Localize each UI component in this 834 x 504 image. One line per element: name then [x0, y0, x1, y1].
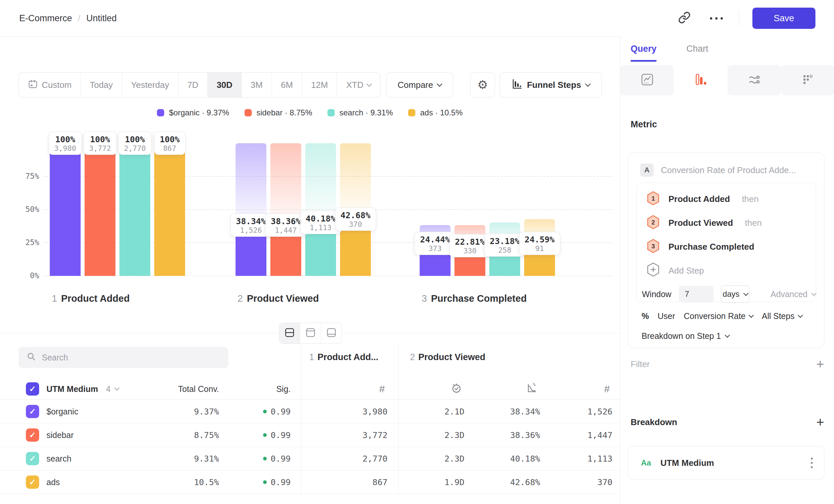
query-step-row[interactable]: 3Purchase Completed	[646, 235, 816, 259]
bar-value-label: 100%3,980	[48, 132, 82, 155]
row-checkbox[interactable]: ✓	[26, 405, 39, 418]
svg-text:1: 1	[652, 195, 655, 202]
conversion-rate-icon: %	[526, 382, 537, 395]
tab-query[interactable]: Query	[631, 44, 657, 62]
bar-value-label: 24.59%91	[519, 232, 560, 255]
breakdown-on-step-dropdown[interactable]: Breakdown on Step 1	[642, 331, 729, 341]
table-step1-header: 1Product Add...	[309, 352, 378, 362]
significance-value: 0.99	[271, 430, 291, 440]
bar-count: 1,447	[271, 226, 301, 234]
step2-conv-rate-column[interactable]: %	[478, 382, 540, 395]
row-checkbox[interactable]: ✓	[26, 452, 39, 465]
step-number: 1	[52, 293, 57, 304]
advanced-toggle[interactable]: Advanced	[771, 290, 816, 299]
row-step2-count: 1,526	[547, 407, 612, 416]
row-step2-rate: 42.68%	[478, 477, 540, 487]
query-step-row[interactable]: 1Product Addedthen	[646, 187, 816, 211]
bar-count: 91	[525, 244, 554, 253]
metric-title: Conversion Rate of Product Adde...	[661, 165, 796, 176]
row-step1-count: 3,980	[315, 407, 388, 416]
bar-pct: 40.18%	[306, 214, 335, 224]
total-conv-header[interactable]: Total Conv.	[142, 384, 219, 394]
tab-chart[interactable]: Chart	[686, 44, 708, 62]
metric-title-row[interactable]: A Conversion Rate of Product Adde...	[640, 163, 824, 177]
window-label: Window	[642, 290, 672, 299]
step-number: 3	[422, 293, 427, 304]
layout-bottom-icon	[326, 327, 337, 339]
add-breakdown-button[interactable]: +	[816, 415, 824, 429]
row-label: ads	[46, 477, 60, 487]
flows-report-tab[interactable]	[727, 65, 781, 95]
bar-pct: 38.34%	[236, 216, 266, 226]
check-icon: ✓	[29, 454, 36, 463]
add-filter-button[interactable]: +	[816, 358, 824, 371]
measure-entity[interactable]: User	[658, 311, 675, 321]
search-placeholder: Search	[42, 353, 68, 362]
row-label: search	[46, 454, 71, 463]
y-axis-tick: 50%	[10, 205, 39, 213]
retention-report-tab[interactable]	[781, 65, 834, 95]
layout-top-icon	[305, 327, 316, 339]
significance-dot	[263, 433, 267, 437]
svg-text:%: %	[533, 382, 536, 387]
row-step2-avg-time: 2.1D	[408, 407, 464, 416]
measure-metric-dropdown[interactable]: Conversion Rate	[684, 311, 753, 321]
row-total-conv: 9.31%	[142, 454, 219, 463]
add-step-button[interactable]: Add Step	[646, 259, 816, 282]
window-unit-dropdown[interactable]: days	[721, 285, 749, 303]
bar-pct: 100%	[89, 135, 111, 144]
sig-header[interactable]: Sig.	[232, 384, 291, 394]
row-step2-avg-time: 2.3D	[408, 454, 464, 463]
funnel-bar[interactable]	[154, 143, 185, 276]
step1-count-column[interactable]: #	[315, 383, 388, 395]
y-axis-tick: 75%	[10, 172, 39, 180]
bar-pct: 24.59%	[525, 235, 554, 244]
table-row: ✓sidebar8.75%0.993,7722.3D38.36%1,447	[0, 423, 620, 447]
funnel-bar[interactable]	[119, 143, 150, 276]
row-step2-rate: 38.36%	[478, 430, 540, 440]
step-name: Product Added	[61, 293, 130, 304]
query-step-row[interactable]: 2Product Viewedthen	[646, 211, 816, 235]
kebab-menu-icon[interactable]	[811, 458, 813, 468]
funnel-bar-ghost	[236, 143, 266, 225]
query-step-suffix: then	[745, 218, 762, 228]
layout-split-button[interactable]	[279, 323, 300, 344]
hash-icon: #	[379, 383, 385, 395]
select-all-checkbox[interactable]: ✓	[26, 382, 39, 395]
search-icon	[26, 352, 36, 363]
bar-count: 1,113	[306, 224, 335, 232]
row-step2-rate: 40.18%	[478, 454, 540, 463]
bar-pct: 100%	[54, 135, 76, 144]
check-icon: ✓	[29, 407, 36, 416]
step2-avg-time-column[interactable]	[408, 382, 464, 395]
row-significance: 0.99	[232, 430, 291, 440]
table-search-input[interactable]: Search	[19, 347, 228, 368]
funnel-report-app: E-Commerce / Untitled Save CustomTodayYe…	[0, 0, 834, 504]
insights-report-tab[interactable]	[620, 65, 674, 95]
window-value-input[interactable]: 7	[679, 286, 714, 302]
measure-scope-dropdown[interactable]: All Steps	[762, 311, 802, 321]
row-label: $organic	[46, 407, 78, 416]
funnel-bar[interactable]	[85, 143, 115, 276]
funnel-bar[interactable]	[50, 143, 81, 276]
window-row: Window 7 days Advanced	[642, 282, 816, 306]
layout-table-only-button[interactable]	[321, 323, 342, 344]
breakdown-column-header[interactable]: UTM Medium 4	[46, 384, 119, 394]
metric-section-heading: Metric	[631, 119, 657, 130]
svg-text:3: 3	[652, 243, 655, 250]
row-checkbox[interactable]: ✓	[26, 476, 39, 489]
y-axis-tick: 0%	[10, 271, 39, 280]
advanced-label: Advanced	[771, 290, 808, 299]
layout-chart-only-button[interactable]	[300, 323, 321, 344]
breakdown-property-label: UTM Medium	[660, 458, 811, 468]
row-step2-rate: 38.34%	[478, 407, 540, 416]
breakdown-item-card[interactable]: AaUTM Medium	[628, 446, 825, 480]
row-significance: 0.99	[232, 454, 291, 463]
bar-count: 1,526	[236, 226, 266, 234]
row-checkbox[interactable]: ✓	[26, 428, 39, 442]
significance-value: 0.99	[271, 477, 291, 487]
row-step2-count: 370	[547, 477, 612, 487]
funnels-report-tab[interactable]	[674, 65, 727, 95]
step2-count-column[interactable]: #	[547, 383, 612, 395]
series-a-badge: A	[640, 163, 654, 177]
